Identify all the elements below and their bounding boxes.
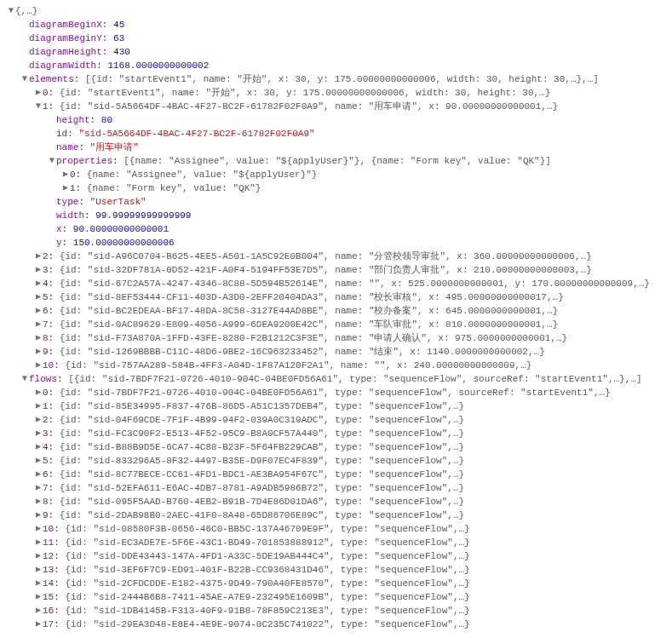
- tree-row: 1: {name: "Form key", value: "QK"}: [7, 181, 665, 195]
- tree-row: 9: {id: "sid-2DAB98B0-2AEC-41F0-8A48-65D…: [7, 509, 665, 522]
- tree-row: {,…}: [7, 4, 665, 18]
- tree-row: y: 150.00000000000006: [7, 236, 665, 250]
- expand-toggle-icon[interactable]: [34, 427, 43, 440]
- tree-row: 7: {id: "sid-0AC89629-E809-4056-A999-6DE…: [7, 318, 665, 331]
- expand-toggle-icon[interactable]: [34, 604, 43, 618]
- expand-toggle-icon[interactable]: [34, 522, 43, 536]
- expand-toggle-icon[interactable]: [20, 72, 29, 86]
- expand-toggle-icon[interactable]: [61, 168, 70, 181]
- tree-row: 13: {id: "sid-3EF6F7C9-ED91-401F-B22B-CC…: [7, 563, 665, 577]
- expand-toggle-icon[interactable]: [61, 181, 70, 195]
- expand-toggle-icon[interactable]: [34, 100, 43, 113]
- expand-toggle-icon[interactable]: [48, 154, 56, 168]
- expand-toggle-icon[interactable]: [34, 250, 43, 263]
- tree-row: 8: {id: "sid-095F5AAD-B760-4EB2-B91B-7D4…: [7, 495, 665, 509]
- tree-row: 1: {id: "sid-85E34995-F837-476B-86D5-A51…: [7, 399, 665, 413]
- tree-row: width: 99.99999999999999: [7, 209, 665, 222]
- expand-toggle-icon[interactable]: [34, 86, 43, 100]
- expand-toggle-icon[interactable]: [34, 331, 43, 345]
- tree-row: id: "sid-5A5664DF-4BAC-4F27-BC2F-61782F0…: [7, 127, 665, 141]
- expand-toggle-icon[interactable]: [34, 399, 43, 413]
- tree-row: x: 90.00000000000001: [7, 222, 665, 236]
- tree-row: 3: {id: "sid-32DF781A-0D52-421F-A0F4-519…: [7, 263, 665, 277]
- tree-row: diagramWidth: 1168.0000000000002: [7, 59, 665, 72]
- tree-row: 17: {id: "sid-29EA3D48-E8E4-4E9E-9074-0C…: [7, 618, 665, 631]
- tree-row: diagramBeginY: 63: [7, 32, 665, 45]
- expand-toggle-icon[interactable]: [34, 618, 43, 631]
- tree-row: diagramHeight: 430: [7, 45, 665, 59]
- expand-toggle-icon[interactable]: [34, 549, 43, 563]
- expand-toggle-icon[interactable]: [34, 440, 43, 454]
- expand-toggle-icon[interactable]: [34, 536, 43, 549]
- expand-toggle-icon[interactable]: [34, 386, 43, 399]
- tree-row: 14: {id: "sid-2CFDCDDE-E182-4375-9D49-79…: [7, 577, 665, 590]
- tree-row: 15: {id: "sid-2444B6B8-7411-45AE-A7E9-23…: [7, 590, 665, 604]
- tree-row: 16: {id: "sid-1DB4145B-F313-40F9-91B8-78…: [7, 604, 665, 618]
- expand-toggle-icon[interactable]: [34, 345, 43, 359]
- expand-toggle-icon[interactable]: [34, 263, 43, 277]
- tree-row: elements: [{id: "startEvent1", name: "开始…: [7, 72, 665, 86]
- expand-toggle-icon[interactable]: [34, 277, 43, 290]
- expand-toggle-icon[interactable]: [34, 563, 43, 577]
- tree-row: 10: {id: "sid-757AA289-584B-4FF3-A04D-1F…: [7, 359, 665, 372]
- expand-toggle-icon[interactable]: [7, 4, 15, 18]
- tree-row: 0: {name: "Assignee", value: "${applyUse…: [7, 168, 665, 181]
- tree-row: height: 80: [7, 113, 665, 127]
- expand-toggle-icon[interactable]: [34, 290, 43, 304]
- tree-row: 6: {id: "sid-8C77BECE-CC61-4FD1-BDC1-AE3…: [7, 468, 665, 481]
- tree-row: 4: {id: "sid-B88B9D5E-6CA7-4C88-B23F-5F6…: [7, 440, 665, 454]
- tree-row: 12: {id: "sid-DDE43443-147A-4FD1-A33C-5D…: [7, 549, 665, 563]
- json-tree-viewer: {,…}diagramBeginX: 45diagramBeginY: 63di…: [7, 4, 665, 631]
- tree-row: properties: [{name: "Assignee", value: "…: [7, 154, 665, 168]
- tree-row: 6: {id: "sid-BC2EDEAA-BF17-48DA-8C58-312…: [7, 304, 665, 318]
- tree-row: diagramBeginX: 45: [7, 18, 665, 32]
- expand-toggle-icon[interactable]: [34, 590, 43, 604]
- tree-row: 10: {id: "sid-08580F3B-0656-46C0-BB5C-13…: [7, 522, 665, 536]
- expand-toggle-icon[interactable]: [34, 468, 43, 481]
- expand-toggle-icon[interactable]: [34, 481, 43, 495]
- expand-toggle-icon[interactable]: [34, 509, 43, 522]
- expand-toggle-icon[interactable]: [34, 577, 43, 590]
- expand-toggle-icon[interactable]: [34, 304, 43, 318]
- tree-row: 11: {id: "sid-EC3ADE7E-5F6E-43C1-BD49-70…: [7, 536, 665, 549]
- tree-row: 8: {id: "sid-F73A870A-1FFD-43FE-8280-F2B…: [7, 331, 665, 345]
- tree-row: 0: {id: "startEvent1", name: "开始", x: 30…: [7, 86, 665, 100]
- tree-row: 0: {id: "sid-7BDF7F21-0726-4010-904C-04B…: [7, 386, 665, 399]
- tree-row: type: "UserTask": [7, 195, 665, 209]
- tree-row: 5: {id: "sid-8EF53444-CF11-403D-A3D0-2EF…: [7, 290, 665, 304]
- expand-toggle-icon[interactable]: [34, 413, 43, 427]
- expand-toggle-icon[interactable]: [34, 318, 43, 331]
- tree-row: 4: {id: "sid-67C2A57A-4247-4346-8C88-5D5…: [7, 277, 665, 290]
- tree-row: 5: {id: "sid-833296A5-8F32-4497-B35E-D9F…: [7, 454, 665, 468]
- expand-toggle-icon[interactable]: [34, 454, 43, 468]
- tree-row: 2: {id: "sid-04F69CDE-7F1F-4B99-94F2-039…: [7, 413, 665, 427]
- tree-row: 9: {id: "sid-1269BBBB-C11C-48D6-9BE2-16C…: [7, 345, 665, 359]
- expand-toggle-icon[interactable]: [34, 359, 43, 372]
- tree-row: name: "用车申请": [7, 141, 665, 154]
- tree-row: 7: {id: "sid-52EFA611-E6AC-4DB7-8781-A9A…: [7, 481, 665, 495]
- tree-row: 3: {id: "sid-FC3C90F2-E513-4F52-95C9-B8A…: [7, 427, 665, 440]
- expand-toggle-icon[interactable]: [34, 495, 43, 509]
- tree-row: flows: [{id: "sid-7BDF7F21-0726-4010-904…: [7, 372, 665, 386]
- tree-row: 2: {id: "sid-A96C0704-B625-4EE5-A501-1A5…: [7, 250, 665, 263]
- expand-toggle-icon[interactable]: [20, 372, 29, 386]
- tree-row: 1: {id: "sid-5A5664DF-4BAC-4F27-BC2F-617…: [7, 100, 665, 113]
